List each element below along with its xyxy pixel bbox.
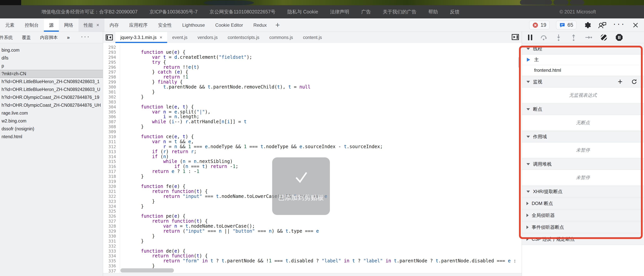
line-number[interactable]: 337 — [103, 269, 120, 273]
tab-memory[interactable]: 内存 — [104, 18, 124, 32]
tab-console[interactable]: 控制台 — [20, 18, 44, 32]
editor-tab-content[interactable]: content.js — [298, 32, 327, 43]
line-number[interactable]: 304 — [103, 105, 120, 110]
page-button[interactable] — [570, 0, 584, 5]
section-header-call-stack[interactable]: 调用堆栈 — [522, 158, 644, 170]
watch-refresh-icon[interactable] — [631, 79, 638, 85]
line-number[interactable]: 317 — [103, 169, 120, 174]
line-number[interactable]: 319 — [103, 179, 120, 184]
section-header-csp-violation-breakpoints[interactable]: CSP 违反了规定断点 — [522, 233, 644, 245]
file-item[interactable]: bing.com — [0, 46, 103, 54]
more-options-icon[interactable]: ··· — [613, 22, 626, 28]
file-item[interactable]: w2.bing.com — [0, 117, 103, 125]
footer-link-about-ads[interactable]: 关于我们的广告 — [383, 9, 416, 15]
horizontal-scrollbar[interactable] — [120, 268, 174, 273]
hide-debugger-panel-icon[interactable] — [512, 34, 519, 41]
pause-script-icon[interactable] — [528, 34, 532, 40]
line-number[interactable]: 306 — [103, 114, 120, 119]
add-tab-button[interactable]: + — [272, 18, 283, 32]
close-devtools-icon[interactable] — [632, 22, 639, 29]
close-icon[interactable]: × — [96, 22, 99, 28]
file-item[interactable]: d/ls — [0, 54, 103, 62]
tab-sources[interactable]: 源 — [44, 18, 59, 32]
line-number[interactable]: 295 — [103, 60, 120, 65]
line-number[interactable]: 314 — [103, 154, 120, 159]
navigator-tab-content-scripts[interactable]: 内容脚本 — [40, 34, 58, 40]
line-number[interactable]: 299 — [103, 80, 120, 85]
watch-add-icon[interactable]: + — [618, 79, 622, 85]
line-number[interactable]: 327 — [103, 219, 120, 224]
section-header-scope[interactable]: 作用域 — [522, 131, 644, 142]
file-item[interactable]: h?id=OHR.OlympicCoast_ZH-CN0827844876_19 — [0, 94, 103, 101]
line-number[interactable]: 322 — [103, 194, 120, 199]
line-number[interactable]: 333 — [103, 249, 120, 254]
line-number[interactable]: 301 — [103, 90, 120, 95]
pause-on-exceptions-icon[interactable] — [615, 34, 623, 41]
line-number[interactable]: 312 — [103, 144, 120, 149]
settings-gear-icon[interactable] — [583, 21, 591, 29]
editor-tab-vendors[interactable]: vendors.js — [192, 32, 223, 43]
footer-link-ads[interactable]: 广告 — [361, 9, 371, 15]
footer-link-help[interactable]: 帮助 — [428, 9, 438, 15]
tab-elements[interactable]: 元素 — [0, 18, 20, 32]
line-number[interactable]: 331 — [103, 239, 120, 244]
line-number[interactable]: 329 — [103, 229, 120, 234]
step-out-icon[interactable] — [570, 34, 577, 41]
navigator-more-icon[interactable]: ··· — [81, 35, 90, 40]
tab-lighthouse[interactable]: Lighthouse — [177, 18, 210, 32]
line-number[interactable]: 324 — [103, 204, 120, 209]
section-header-dom-breakpoints[interactable]: DOM 断点 — [522, 198, 644, 209]
editor-tab-contentscripts[interactable]: contentscripts.js — [222, 32, 264, 43]
editor-tab-jquery[interactable]: jquery-3.3.1.min.js × — [116, 32, 167, 43]
file-item[interactable]: dssofr (nosignin) — [0, 125, 103, 133]
line-number[interactable]: 296 — [103, 65, 120, 70]
line-number[interactable]: 309 — [103, 129, 120, 134]
step-over-icon[interactable] — [540, 34, 547, 41]
section-header-breakpoints[interactable]: 断点 — [522, 104, 644, 115]
line-number[interactable]: 313 — [103, 149, 120, 154]
section-header-threads[interactable]: 线程 — [522, 43, 644, 54]
close-icon[interactable]: × — [160, 35, 162, 40]
line-number[interactable]: 308 — [103, 124, 120, 129]
tab-network[interactable]: 网络 — [59, 18, 78, 32]
file-item[interactable]: h?id=OHR.OlympicCoast_ZH-CN0827844876_UH — [0, 101, 103, 109]
footer-link-legal[interactable]: 法律声明 — [330, 9, 349, 15]
message-count-badge[interactable]: 65 — [556, 21, 576, 29]
line-number[interactable]: 298 — [103, 75, 120, 80]
tab-performance[interactable]: 性能 × — [78, 18, 104, 32]
line-number[interactable]: 320 — [103, 184, 120, 189]
line-number[interactable]: 292 — [103, 45, 120, 50]
file-item[interactable]: ntend.html — [0, 133, 103, 141]
line-number[interactable]: 332 — [103, 244, 120, 249]
thread-item[interactable]: 主 — [522, 54, 644, 65]
page-button[interactable] — [554, 0, 568, 5]
chevron-overflow-icon[interactable]: » — [67, 34, 70, 40]
line-number[interactable]: 321 — [103, 189, 120, 194]
line-number[interactable]: 307 — [103, 119, 120, 124]
line-number[interactable]: 300 — [103, 85, 120, 90]
line-number[interactable]: 297 — [103, 70, 120, 75]
feedback-person-icon[interactable] — [598, 21, 606, 29]
step-into-icon[interactable] — [555, 34, 562, 41]
line-number[interactable]: 335 — [103, 259, 120, 264]
vertical-scrollbar[interactable] — [518, 57, 521, 68]
page-button[interactable] — [520, 0, 552, 5]
thread-item[interactable]: frontend.html — [522, 65, 644, 76]
section-header-event-listener-breakpoints[interactable]: 事件侦听器断点 — [522, 222, 644, 233]
line-number[interactable]: 305 — [103, 110, 120, 115]
file-item[interactable]: p — [0, 62, 103, 70]
line-number[interactable]: 316 — [103, 164, 120, 169]
line-number[interactable]: 302 — [103, 95, 120, 100]
navigator-tab-overrides[interactable]: 覆盖 — [22, 34, 31, 40]
footer-link-feedback[interactable]: 反馈 — [450, 9, 460, 15]
tab-cookie-editor[interactable]: Cookie Editor — [210, 18, 248, 32]
line-number[interactable]: 330 — [103, 234, 120, 239]
editor-tab-commons[interactable]: commons.js — [264, 32, 298, 43]
line-number[interactable]: 293 — [103, 50, 120, 55]
line-number[interactable]: 315 — [103, 159, 120, 164]
hide-navigator-icon[interactable] — [103, 32, 116, 43]
step-icon[interactable] — [585, 34, 592, 41]
line-number[interactable]: 318 — [103, 174, 120, 179]
line-number[interactable]: 336 — [103, 264, 120, 269]
deactivate-breakpoints-icon[interactable] — [600, 34, 608, 41]
